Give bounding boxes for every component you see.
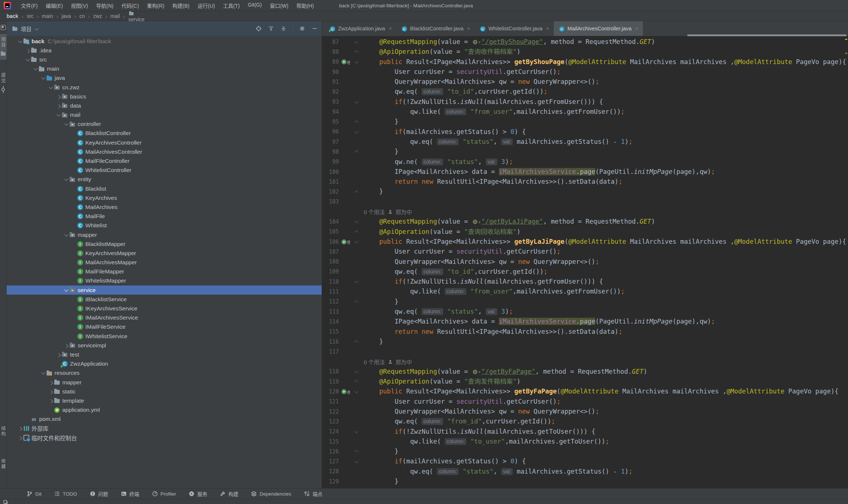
tree-row-java[interactable]: java — [7, 74, 322, 83]
tree-row-KeyArchivesController[interactable]: CKeyArchivesController — [7, 138, 322, 147]
fold-marker-icon[interactable] — [353, 391, 359, 393]
tree-row-service[interactable]: service — [7, 285, 322, 295]
menu-item[interactable]: 工具(T) — [220, 1, 243, 10]
tree-row-src[interactable]: src — [7, 55, 322, 64]
menu-item[interactable]: 文件(F) — [18, 1, 41, 10]
fold-marker-icon[interactable] — [353, 50, 359, 54]
stripe-button-structure[interactable]: 结构 — [0, 423, 7, 440]
tree-row-WhitelistMapper[interactable]: IWhitelistMapper — [7, 276, 322, 285]
breadcrumb-item[interactable]: src — [25, 13, 35, 19]
close-icon[interactable]: × — [546, 26, 549, 31]
tree-chevron-icon[interactable] — [63, 342, 69, 348]
url-mapping-icon[interactable]: ∨ — [472, 367, 481, 377]
breadcrumb-item[interactable]: main — [41, 13, 55, 19]
tree-chevron-icon[interactable] — [48, 397, 54, 404]
collapse-all-button[interactable] — [280, 25, 287, 32]
request-mapping-icon[interactable] — [341, 389, 347, 394]
request-mapping-icon[interactable] — [341, 59, 347, 64]
tree-chevron-icon[interactable] — [55, 102, 62, 109]
close-icon[interactable]: × — [467, 26, 470, 31]
tree-row-resources[interactable]: resources — [7, 369, 322, 378]
tab-ZwzApplication.java[interactable]: CZwzApplication.java× — [325, 21, 396, 36]
url-mapping-icon[interactable]: ∨ — [472, 37, 481, 47]
tree-chevron-icon[interactable] — [63, 287, 69, 293]
toolbar-item-构建[interactable]: 构建 — [220, 490, 238, 497]
toolbar-item-Profiler[interactable]: Profiler — [152, 491, 176, 497]
tab-MailArchivesController.java[interactable]: CMailArchivesController.java× — [554, 21, 643, 36]
close-icon[interactable]: × — [389, 26, 392, 31]
tree-row-template[interactable]: template — [7, 396, 322, 405]
window-switcher-button[interactable] — [2, 499, 8, 504]
tree-row-mapper[interactable]: mapper — [7, 230, 322, 239]
tree-chevron-icon[interactable] — [55, 351, 62, 358]
tree-row-IBlacklistService[interactable]: IIBlacklistService — [7, 295, 322, 304]
toolbar-item-服务[interactable]: 服务 — [189, 490, 207, 497]
breadcrumb-item[interactable]: cn — [78, 13, 86, 19]
tree-chevron-icon[interactable] — [32, 66, 38, 72]
toolbar-item-问题[interactable]: 问题 — [89, 490, 108, 497]
tree-row-KeyArchivesMapper[interactable]: IKeyArchivesMapper — [7, 249, 322, 258]
tree-chevron-icon[interactable] — [55, 112, 62, 118]
fold-marker-icon[interactable] — [353, 241, 359, 243]
tree-row-Blacklist[interactable]: CBlacklist — [7, 184, 322, 193]
run-gutter[interactable]: @ — [339, 59, 353, 65]
url-mapping-icon[interactable]: ∨ — [472, 217, 481, 227]
tree-chevron-icon[interactable] — [17, 38, 23, 44]
menu-item[interactable]: 构建(B) — [169, 1, 193, 10]
stripe-button-favorites[interactable]: 收藏 — [0, 456, 7, 472]
tree-row-MailFile[interactable]: CMailFile — [7, 212, 322, 221]
tree-row-BlacklistController[interactable]: CBlacklistController — [7, 129, 322, 138]
close-icon[interactable]: × — [635, 26, 638, 31]
tree-chevron-icon[interactable] — [17, 434, 23, 441]
tree-row-test[interactable]: test — [7, 350, 322, 359]
tree-row-WhitelistController[interactable]: CWhitelistController — [7, 166, 322, 175]
tree-chevron-icon[interactable] — [40, 75, 46, 81]
stripe-button-commit[interactable]: 提交 — [0, 70, 7, 96]
tree-row-外部库[interactable]: 外部库 — [7, 424, 322, 433]
tree-chevron-icon[interactable] — [63, 121, 69, 127]
fold-marker-icon[interactable] — [353, 340, 359, 344]
toolbar-item-终端[interactable]: 终端 — [121, 490, 139, 497]
tree-row-MailArchivesController[interactable]: CMailArchivesController — [7, 147, 322, 156]
toolbar-item-Dependencies[interactable]: Dependencies — [251, 491, 291, 497]
tree-row-controller[interactable]: controller — [7, 120, 322, 129]
menu-item[interactable]: 编辑(E) — [42, 1, 66, 10]
settings-button[interactable] — [299, 25, 305, 32]
tree-row-Whitelist[interactable]: CWhitelist — [7, 221, 322, 230]
fold-marker-icon[interactable] — [353, 300, 359, 304]
fold-marker-icon[interactable] — [353, 230, 359, 234]
fold-marker-icon[interactable] — [353, 41, 359, 43]
fold-marker-icon[interactable] — [353, 371, 359, 373]
toolbar-item-端点[interactable]: 端点 — [304, 490, 322, 497]
tree-row-MailFileMapper[interactable]: IMailFileMapper — [7, 267, 322, 276]
breadcrumb-item[interactable]: java — [60, 13, 73, 19]
fold-marker-icon[interactable] — [353, 281, 359, 283]
tree-row-.idea[interactable]: .idea — [7, 46, 322, 55]
tree-row-basics[interactable]: basics — [7, 92, 322, 101]
hide-button[interactable] — [311, 25, 318, 32]
request-mapping-icon[interactable] — [341, 239, 347, 244]
menu-item[interactable]: 视图(V) — [68, 1, 92, 10]
author-hint[interactable]: 郑为中 — [396, 358, 412, 366]
menu-item[interactable]: 窗口(W) — [267, 1, 292, 10]
tree-row-IMailArchivesService[interactable]: IIMailArchivesService — [7, 313, 322, 322]
fold-marker-icon[interactable] — [353, 190, 359, 194]
toolbar-item-Git[interactable]: Git — [26, 491, 41, 497]
fold-marker-icon[interactable] — [353, 120, 359, 124]
tree-chevron-icon[interactable] — [63, 232, 69, 238]
run-gutter[interactable]: @ — [339, 389, 353, 395]
tree-chevron-icon[interactable] — [63, 176, 69, 183]
usages-hint[interactable]: 0 个用法 — [364, 208, 385, 216]
breadcrumb-item[interactable]: service — [127, 10, 146, 23]
tree-chevron-icon[interactable] — [17, 425, 23, 432]
menu-item[interactable]: 运行(U) — [194, 1, 218, 10]
tree-row-KeyArchives[interactable]: CKeyArchives — [7, 193, 322, 202]
tree-row-IWhitelistService[interactable]: IIWhitelistService — [7, 332, 322, 341]
breadcrumb-item[interactable]: zwz — [92, 13, 103, 19]
tree-chevron-icon[interactable] — [48, 84, 54, 90]
run-gutter[interactable]: @ — [339, 239, 353, 244]
horizontal-scrollbar-thumb[interactable] — [687, 34, 847, 36]
stripe-button-project[interactable]: 项目 — [0, 34, 7, 60]
tree-row-back[interactable]: backC:\java\git\mail-filter\back — [7, 37, 322, 46]
toolbar-item-TODO[interactable]: TODO — [54, 491, 77, 497]
